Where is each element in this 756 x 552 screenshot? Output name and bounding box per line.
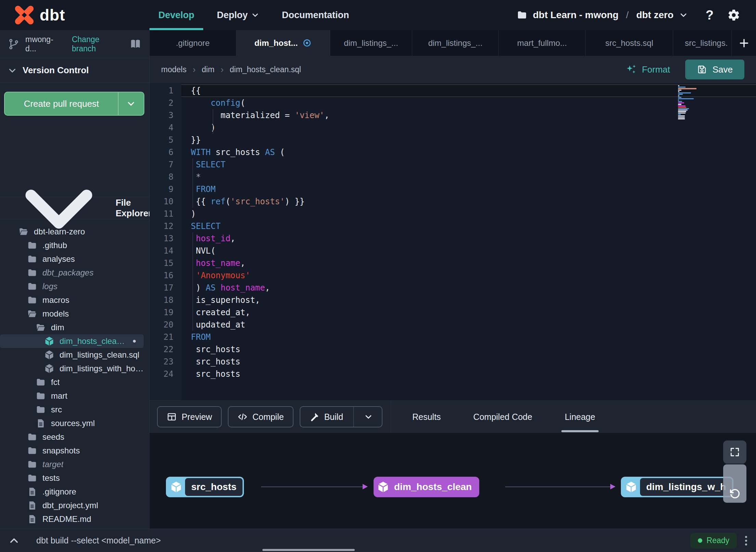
help-button[interactable]: ? bbox=[706, 8, 714, 23]
nav-item-documentation[interactable]: Documentation bbox=[273, 0, 358, 30]
chevron-up-icon[interactable] bbox=[8, 535, 20, 547]
horizontal-scrollbar[interactable] bbox=[262, 549, 355, 551]
tab-gitignore[interactable]: .gitignore bbox=[149, 30, 236, 56]
tree-item-target[interactable]: target bbox=[0, 458, 144, 471]
version-control-header[interactable]: Version Control bbox=[0, 58, 149, 83]
code-line-14[interactable]: 14 NVL( bbox=[149, 245, 756, 257]
code-line-22[interactable]: 22 src_hosts bbox=[149, 343, 756, 356]
lineage-node-dim_hosts_clean[interactable]: dim_hosts_clean bbox=[374, 477, 479, 497]
tab-dim_listings_[interactable]: dim_listings_... bbox=[330, 30, 412, 56]
command-input[interactable]: dbt build --select <model_name> bbox=[36, 536, 161, 545]
gear-icon[interactable] bbox=[727, 9, 740, 22]
code-line-21[interactable]: 21FROM bbox=[149, 331, 756, 343]
new-tab-button[interactable] bbox=[731, 30, 756, 56]
save-button[interactable]: Save bbox=[685, 60, 744, 79]
code-line-10[interactable]: 10 {{ ref('src_hosts') }} bbox=[149, 195, 756, 208]
tree-item-dbt_project.yml[interactable]: dbt_project.yml bbox=[0, 499, 144, 512]
kebab-menu[interactable] bbox=[745, 536, 747, 545]
tree-item-analyses[interactable]: analyses bbox=[0, 252, 144, 266]
preview-button[interactable]: Preview bbox=[157, 406, 222, 427]
code-line-9[interactable]: 9 FROM bbox=[149, 183, 756, 195]
docs-book-icon[interactable] bbox=[129, 38, 142, 50]
tree-item-mart[interactable]: mart bbox=[0, 389, 144, 403]
nav-item-deploy[interactable]: Deploy bbox=[208, 0, 268, 30]
tree-item-sources.yml[interactable]: sources.yml bbox=[0, 416, 144, 430]
code-line-13[interactable]: 13 host_id, bbox=[149, 232, 756, 245]
breadcrumb-item[interactable]: dim_hosts_clean.sql bbox=[230, 65, 301, 74]
tree-item-tests[interactable]: tests bbox=[0, 471, 144, 485]
fullscreen-button[interactable] bbox=[723, 440, 746, 464]
breadcrumb: models › dim › dim_hosts_clean.sql bbox=[161, 64, 301, 75]
tree-item-models[interactable]: models bbox=[0, 307, 144, 321]
tree-item-snapshots[interactable]: snapshots bbox=[0, 444, 144, 458]
code-line-23[interactable]: 23 src_hosts bbox=[149, 356, 756, 368]
breadcrumb-item[interactable]: dim bbox=[202, 65, 214, 74]
minimap-line bbox=[678, 115, 685, 116]
code-line-5[interactable]: 5}} bbox=[149, 134, 756, 146]
tree-item-macros[interactable]: macros bbox=[0, 293, 144, 307]
tree-item-.github[interactable]: .github bbox=[0, 239, 144, 252]
tree-item-label: seeds bbox=[42, 432, 64, 442]
tab-label: src_hosts.sql bbox=[605, 38, 653, 48]
code-line-1[interactable]: 1{{ bbox=[149, 85, 756, 97]
code-line-3[interactable]: 3 materialized = 'view', bbox=[149, 109, 756, 121]
change-branch-link[interactable]: Change branch bbox=[72, 35, 124, 53]
build-button[interactable]: Build bbox=[300, 406, 383, 427]
tree-item-README.md[interactable]: README.md bbox=[0, 512, 144, 526]
format-button[interactable]: Format bbox=[625, 64, 670, 75]
create-pull-request-button[interactable]: Create pull request bbox=[4, 92, 144, 116]
code-line-7[interactable]: 7 SELECT bbox=[149, 158, 756, 171]
pr-dropdown-button[interactable] bbox=[118, 99, 144, 108]
tab-dim_host[interactable]: dim_host... bbox=[236, 30, 330, 56]
code-line-12[interactable]: 12SELECT bbox=[149, 220, 756, 232]
code-line-16[interactable]: 16 'Anonymous' bbox=[149, 269, 756, 282]
tab-dim_listings_[interactable]: dim_listings_... bbox=[412, 30, 499, 56]
tree-item-dim[interactable]: dim bbox=[0, 321, 144, 334]
nav-item-develop[interactable]: Develop bbox=[149, 0, 203, 30]
line-number: 24 bbox=[149, 368, 181, 380]
tree-item-.gitignore[interactable]: .gitignore bbox=[0, 485, 144, 499]
breadcrumb-item[interactable]: models bbox=[161, 65, 186, 74]
code-line-4[interactable]: 4 ) bbox=[149, 121, 756, 134]
code-line-8[interactable]: 8 * bbox=[149, 171, 756, 183]
tab-src_listings[interactable]: src_listings. bbox=[673, 30, 731, 56]
navbar-right: dbt Learn - mwong / dbt zero ? bbox=[517, 8, 756, 23]
code-line-20[interactable]: 20 updated_at bbox=[149, 319, 756, 331]
panel-tab-lineage[interactable]: Lineage bbox=[565, 412, 595, 422]
chevron-down-icon[interactable] bbox=[364, 412, 373, 421]
code-line-11[interactable]: 11) bbox=[149, 208, 756, 220]
code-text: SELECT bbox=[181, 158, 756, 171]
code-lines: 1{{2 config(3 materialized = 'view',4 )5… bbox=[149, 85, 756, 380]
lineage-node-src_hosts[interactable]: src_hosts bbox=[166, 477, 244, 497]
code-line-19[interactable]: 19 created_at, bbox=[149, 306, 756, 319]
code-line-17[interactable]: 17 ) AS host_name, bbox=[149, 282, 756, 294]
code-line-24[interactable]: 24 src_hosts bbox=[149, 368, 756, 380]
lineage-scrollbar[interactable] bbox=[723, 464, 746, 503]
project-selector[interactable]: dbt Learn - mwong / dbt zero bbox=[517, 10, 688, 21]
tab-src_hostssql[interactable]: src_hosts.sql bbox=[586, 30, 673, 56]
code-editor[interactable]: 1{{2 config(3 materialized = 'view',4 )5… bbox=[149, 83, 756, 400]
compile-button[interactable]: Compile bbox=[228, 406, 294, 427]
tree-item-fct[interactable]: fct bbox=[0, 375, 144, 389]
tree-item-dim_hosts_clean.sql[interactable]: dim_hosts_clean.sql• bbox=[0, 334, 144, 348]
code-line-18[interactable]: 18 is_superhost, bbox=[149, 294, 756, 306]
code-line-2[interactable]: 2 config( bbox=[149, 97, 756, 109]
editor-minimap[interactable] bbox=[678, 85, 698, 120]
brand[interactable]: dbt bbox=[0, 4, 149, 26]
tree-item-dbt-learn-zero[interactable]: dbt-learn-zero bbox=[0, 225, 144, 239]
panel-tab-compiled-code[interactable]: Compiled Code bbox=[473, 412, 532, 422]
tree-item-seeds[interactable]: seeds bbox=[0, 430, 144, 444]
lineage-node-dim_listings_w_h[interactable]: dim_listings_w_h bbox=[621, 477, 733, 497]
tree-item-dim_listings_with_hosts...[interactable]: dim_listings_with_hosts... bbox=[0, 362, 144, 375]
file-explorer-header[interactable]: File Explorer bbox=[0, 197, 149, 219]
panel-tab-results[interactable]: Results bbox=[412, 412, 441, 422]
tree-item-logs[interactable]: logs bbox=[0, 280, 144, 293]
code-line-15[interactable]: 15 host_name, bbox=[149, 257, 756, 269]
tab-mart_fullmo[interactable]: mart_fullmo... bbox=[499, 30, 586, 56]
tree-item-src[interactable]: src bbox=[0, 403, 144, 416]
code-line-6[interactable]: 6WITH src_hosts AS ( bbox=[149, 146, 756, 158]
tree-item-label: dbt_packages bbox=[42, 268, 93, 278]
tree-item-dim_listings_clean.sql[interactable]: dim_listings_clean.sql bbox=[0, 348, 144, 362]
tree-item-dbt_packages[interactable]: dbt_packages bbox=[0, 266, 144, 280]
code-text: }} bbox=[181, 134, 756, 146]
